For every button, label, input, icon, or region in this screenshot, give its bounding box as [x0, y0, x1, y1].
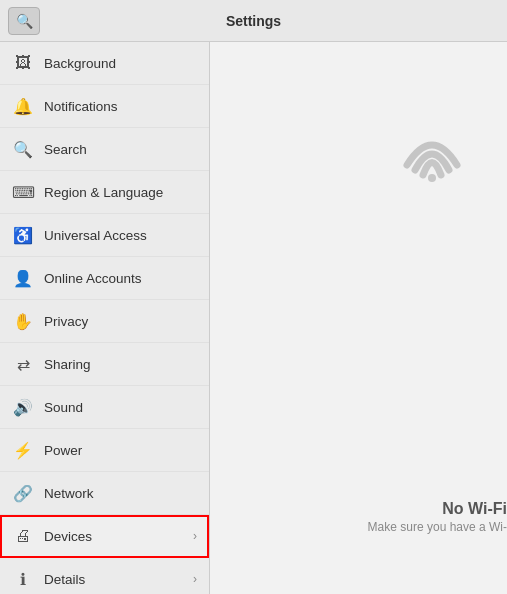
online-accounts-icon: 👤: [12, 267, 34, 289]
wifi-svg: [397, 120, 467, 185]
privacy-icon: ✋: [12, 310, 34, 332]
sidebar-label-sharing: Sharing: [44, 357, 197, 372]
no-wifi-subtitle: Make sure you have a Wi-: [368, 520, 507, 534]
sidebar-item-privacy[interactable]: ✋Privacy: [0, 300, 209, 343]
universal-access-icon: ♿: [12, 224, 34, 246]
background-icon: 🖼: [12, 52, 34, 74]
sidebar-label-universal-access: Universal Access: [44, 228, 197, 243]
sidebar-label-search: Search: [44, 142, 197, 157]
sidebar-item-search[interactable]: 🔍Search: [0, 128, 209, 171]
sharing-icon: ⇄: [12, 353, 34, 375]
sidebar-label-power: Power: [44, 443, 197, 458]
sound-icon: 🔊: [12, 396, 34, 418]
devices-icon: 🖨: [12, 525, 34, 547]
main-layout: 🖼Background🔔Notifications🔍Search⌨Region …: [0, 42, 507, 594]
sidebar-item-network[interactable]: 🔗Network: [0, 472, 209, 515]
wifi-icon-area: [397, 122, 467, 182]
sidebar-label-network: Network: [44, 486, 197, 501]
sidebar: 🖼Background🔔Notifications🔍Search⌨Region …: [0, 42, 210, 594]
sidebar-label-devices: Devices: [44, 529, 193, 544]
sidebar-item-sound[interactable]: 🔊Sound: [0, 386, 209, 429]
sidebar-item-universal-access[interactable]: ♿Universal Access: [0, 214, 209, 257]
power-icon: ⚡: [12, 439, 34, 461]
sidebar-item-sharing[interactable]: ⇄Sharing: [0, 343, 209, 386]
sidebar-label-details: Details: [44, 572, 193, 587]
search-icon: 🔍: [16, 13, 33, 29]
no-wifi-title: No Wi-Fi: [368, 500, 507, 518]
sidebar-item-power[interactable]: ⚡Power: [0, 429, 209, 472]
sidebar-item-background[interactable]: 🖼Background: [0, 42, 209, 85]
sidebar-item-details[interactable]: ℹDetails›: [0, 558, 209, 594]
network-icon: 🔗: [12, 482, 34, 504]
app-header: 🔍 Settings: [0, 0, 507, 42]
no-wifi-info: No Wi-Fi Make sure you have a Wi-: [368, 500, 507, 534]
search-icon: 🔍: [12, 138, 34, 160]
search-button[interactable]: 🔍: [8, 7, 40, 35]
sidebar-label-notifications: Notifications: [44, 99, 197, 114]
sidebar-label-online-accounts: Online Accounts: [44, 271, 197, 286]
content-area: No Wi-Fi Make sure you have a Wi-: [210, 42, 507, 594]
sidebar-label-background: Background: [44, 56, 197, 71]
region-language-icon: ⌨: [12, 181, 34, 203]
sidebar-item-notifications[interactable]: 🔔Notifications: [0, 85, 209, 128]
sidebar-item-online-accounts[interactable]: 👤Online Accounts: [0, 257, 209, 300]
details-icon: ℹ: [12, 568, 34, 590]
sidebar-label-region-language: Region & Language: [44, 185, 197, 200]
wifi-icon: [397, 122, 467, 182]
sidebar-item-devices[interactable]: 🖨Devices›: [0, 515, 209, 558]
sidebar-label-privacy: Privacy: [44, 314, 197, 329]
chevron-icon-devices: ›: [193, 529, 197, 543]
app-title: Settings: [40, 13, 467, 29]
chevron-icon-details: ›: [193, 572, 197, 586]
sidebar-label-sound: Sound: [44, 400, 197, 415]
sidebar-item-region-language[interactable]: ⌨Region & Language: [0, 171, 209, 214]
svg-point-0: [428, 174, 436, 182]
notifications-icon: 🔔: [12, 95, 34, 117]
